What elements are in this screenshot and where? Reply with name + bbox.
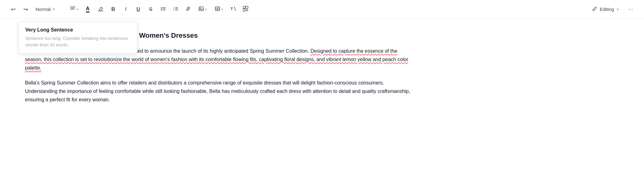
italic-button[interactable]: I [120,4,131,15]
align-dropdown[interactable]: ∨ [68,4,80,14]
align-chevron-icon: ∨ [76,7,78,11]
bold-button[interactable]: B [108,4,119,15]
tooltip-title: Very Long Sentence [25,27,131,33]
eraser-button[interactable] [95,4,106,15]
tooltip-popover: Very Long Sentence Sentence too long. Co… [19,22,137,54]
svg-rect-26 [243,9,245,11]
svg-rect-16 [199,7,203,11]
toolbar: ↩ ↪ Normal ∨ ∨ A [0,0,644,19]
insert-button[interactable] [240,4,251,15]
table-chevron-icon: ∨ [221,7,223,11]
undo-button[interactable]: ↩ [7,4,19,15]
more-options-button[interactable]: ··· [625,4,637,15]
editing-label: Editing [600,7,614,12]
editing-button[interactable]: Editing ∨ [588,4,623,14]
bullet-list-icon [160,6,166,13]
eraser-icon [98,6,104,13]
svg-text:3.: 3. [173,9,174,11]
redo-icon: ↪ [23,6,28,13]
insert-icon [243,6,248,13]
clear-format-button[interactable]: T [227,4,239,15]
chevron-down-icon: ∨ [52,7,55,11]
numbered-list-icon: 1. 2. 3. [173,6,178,13]
italic-icon: I [125,6,127,12]
strikethrough-icon: S [149,7,153,12]
image-chevron-icon: ∨ [205,7,207,11]
more-options-icon: ··· [628,7,633,12]
content-area: Very Long Sentence Sentence too long. Co… [0,19,437,118]
numbered-list-button[interactable]: 1. 2. 3. [170,4,181,15]
font-style-dropdown[interactable]: Normal ∨ [32,5,67,13]
strikethrough-button[interactable]: S [145,4,156,15]
svg-point-4 [161,7,162,8]
table-button[interactable]: ∨ [211,4,226,15]
underline-icon: U [136,7,140,12]
font-style-label: Normal [36,7,51,12]
clear-format-icon: T [230,6,236,13]
editing-section: Editing ∨ ··· [588,4,637,15]
editing-chevron-icon: ∨ [617,7,619,11]
svg-line-23 [234,7,236,11]
bold-icon: B [111,6,115,12]
image-icon [198,6,204,13]
underline-button[interactable]: U [133,4,144,15]
paragraph-2[interactable]: Bella's Spring Summer Collection aims to… [25,79,412,104]
undo-icon: ↩ [11,6,16,13]
align-icon [70,6,76,13]
svg-point-6 [161,9,162,10]
svg-rect-25 [246,6,248,8]
redo-button[interactable]: ↪ [20,4,31,15]
text-color-button[interactable]: A [81,4,94,15]
svg-text:T: T [231,7,233,11]
link-icon [185,6,191,13]
svg-point-5 [161,8,162,9]
text-color-icon: A [86,6,90,12]
table-icon [215,6,220,13]
image-button[interactable]: ∨ [195,4,210,15]
bullet-list-button[interactable] [158,4,169,15]
link-button[interactable] [183,4,194,15]
svg-point-17 [200,7,201,8]
tooltip-description: Sentence too long. Consider breaking int… [25,35,131,48]
svg-rect-24 [243,6,245,8]
pencil-icon [592,6,597,12]
